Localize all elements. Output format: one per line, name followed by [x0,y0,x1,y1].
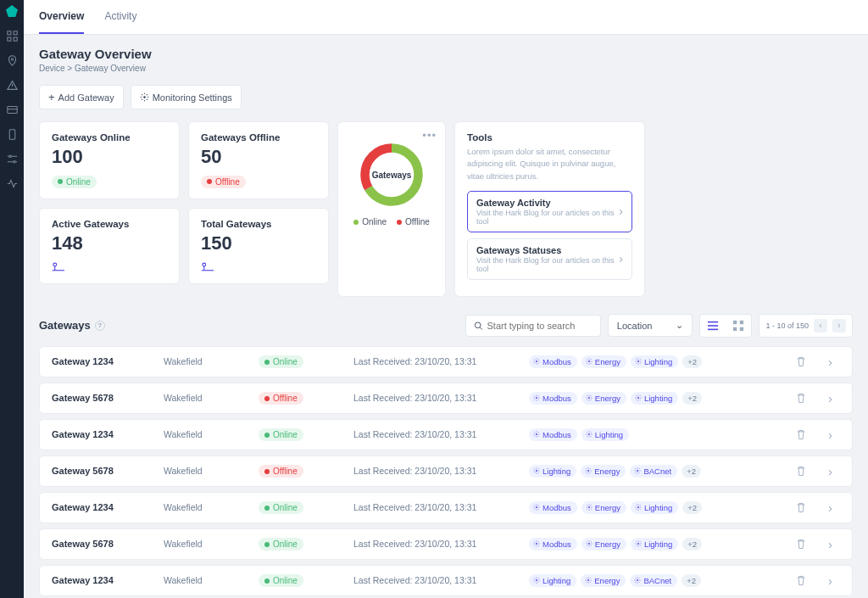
tag-more[interactable]: +2 [682,501,702,514]
breadcrumb: Device > Gateway Overview [39,64,853,73]
chevron-right-icon[interactable]: › [828,537,840,551]
status-badge: Offline [259,392,303,405]
alert-icon[interactable] [7,80,18,91]
gateway-location: Wakefield [164,539,248,549]
dashboard-icon[interactable] [7,31,18,42]
last-received: Last Received: 23/10/20, 13:31 [353,575,519,585]
tag[interactable]: Energy [581,538,626,550]
list-heading: Gateways? [39,319,105,332]
settings-icon[interactable] [7,154,18,165]
chevron-right-icon[interactable]: › [828,428,840,442]
search-field[interactable] [487,321,593,331]
tag[interactable]: Modbus [529,355,577,368]
sidebar [0,0,24,598]
card-icon[interactable] [7,104,18,115]
gateway-row[interactable]: Gateway 1234 Wakefield Online Last Recei… [39,419,853,450]
chevron-right-icon[interactable]: › [828,500,840,515]
delete-icon[interactable] [796,393,818,404]
svg-point-43 [637,470,638,472]
gateway-row[interactable]: Gateway 1234 Wakefield Online Last Recei… [39,492,853,523]
gateways-online-card: Gateways Online 100 Online [39,121,180,199]
tag[interactable]: Modbus [529,538,577,550]
delete-icon[interactable] [796,502,818,513]
tool-gateway-activity[interactable]: Gateway ActivityVisit the Hark Blog for … [467,191,632,232]
svg-point-4 [11,59,13,60]
chevron-right-icon[interactable]: › [828,573,840,588]
svg-rect-32 [740,327,743,331]
tag[interactable]: Lighting [631,355,678,368]
list-view-icon[interactable] [700,315,726,337]
tag-more[interactable]: +2 [682,538,702,550]
svg-rect-1 [14,31,17,35]
monitoring-settings-button[interactable]: Monitoring Settings [131,85,242,109]
tag[interactable]: Modbus [529,428,577,441]
tag-more[interactable]: +2 [682,574,701,587]
tag[interactable]: Energy [581,355,626,368]
gateway-row[interactable]: Gateway 5678 Wakefield Online Last Recei… [39,528,853,560]
next-page-button[interactable]: › [832,319,846,333]
delete-icon[interactable] [796,575,818,586]
pagination: 1 - 10 of 150 ‹ › [759,314,853,338]
topbar-tabs: Overview Activity [24,0,868,35]
gateway-location: Wakefield [164,466,248,476]
svg-rect-3 [14,37,17,41]
tag[interactable]: Lighting [631,538,678,550]
info-icon[interactable]: ? [95,321,105,331]
tag[interactable]: Lighting [529,465,576,478]
tag[interactable]: Lighting [581,428,629,441]
location-filter[interactable]: Location⌄ [608,314,693,337]
svg-point-49 [637,543,639,545]
delete-icon[interactable] [796,356,818,367]
device-icon[interactable] [7,129,18,140]
status-badge: Online [259,538,303,550]
svg-point-46 [637,506,639,508]
svg-rect-30 [740,321,743,324]
svg-point-38 [637,397,639,399]
tag[interactable]: Modbus [529,501,577,514]
svg-rect-2 [7,37,10,41]
search-input[interactable] [465,315,601,337]
tag[interactable]: BACnet [630,574,677,587]
gateway-location: Wakefield [164,502,248,512]
tag[interactable]: Energy [581,501,626,514]
prev-page-button[interactable]: ‹ [814,319,827,333]
tag[interactable]: Lighting [529,574,576,587]
delete-icon[interactable] [796,429,818,440]
tag[interactable]: Modbus [529,392,577,405]
grid-view-icon[interactable] [726,315,751,337]
tag[interactable]: Lighting [631,501,678,514]
gateway-row[interactable]: Gateway 5678 Wakefield Offline Last Rece… [39,455,853,487]
svg-point-40 [588,433,590,435]
tag-more[interactable]: +2 [682,392,702,405]
add-gateway-button[interactable]: +Add Gateway [39,85,124,109]
svg-point-42 [587,470,589,472]
svg-point-37 [588,397,590,399]
gateway-row[interactable]: Gateway 1234 Wakefield Online Last Recei… [39,346,853,377]
tag[interactable]: Energy [581,574,626,587]
svg-point-36 [536,397,537,399]
pin-icon[interactable] [7,55,18,66]
chevron-right-icon[interactable]: › [828,355,840,369]
tab-overview[interactable]: Overview [39,0,84,34]
tag-more[interactable]: +2 [682,465,701,478]
tag[interactable]: Lighting [631,392,678,405]
logo-icon [6,5,18,17]
tag[interactable]: BACnet [630,465,677,478]
chevron-right-icon[interactable]: › [828,391,840,405]
tag-more[interactable]: +2 [682,355,702,368]
activity-icon[interactable] [7,178,18,189]
chevron-right-icon: › [619,204,623,218]
gateway-row[interactable]: Gateway 5678 Wakefield Offline Last Rece… [39,383,853,414]
last-received: Last Received: 23/10/20, 13:31 [353,539,519,549]
tool-gateways-statuses[interactable]: Gateways StatusesVisit the Hark Blog for… [467,238,632,280]
delete-icon[interactable] [796,539,818,550]
tag[interactable]: Energy [581,392,626,405]
svg-point-51 [587,579,589,581]
tab-activity[interactable]: Activity [104,0,136,34]
chevron-right-icon[interactable]: › [828,464,840,478]
gateway-row[interactable]: Gateway 1234 Wakefield Online Last Recei… [39,565,853,596]
svg-point-9 [8,155,10,157]
delete-icon[interactable] [796,466,818,477]
svg-point-48 [588,543,590,545]
tag[interactable]: Energy [581,465,626,478]
